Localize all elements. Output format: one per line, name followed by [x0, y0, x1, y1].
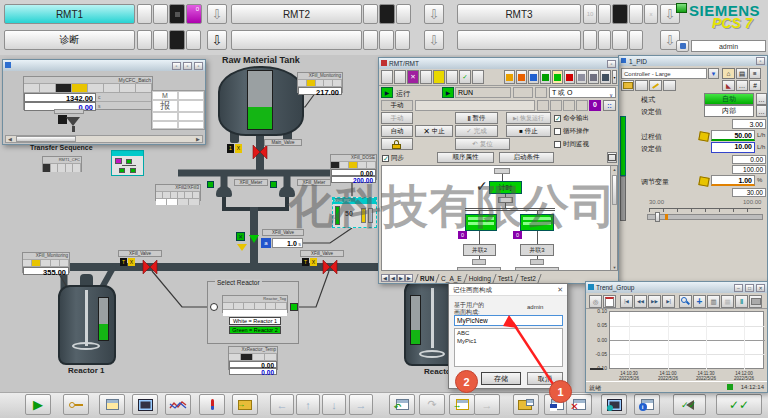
horn-ack-button[interactable]: ✓✓	[673, 394, 706, 415]
layout-name-input[interactable]: MyPicNew	[454, 315, 563, 326]
alarm-picture-button[interactable]	[99, 394, 125, 415]
tb-step-badge[interactable]: ✕	[407, 70, 419, 84]
tb-cell-2[interactable]	[394, 70, 406, 84]
forward-picture-button[interactable]: →	[474, 394, 500, 415]
reactor2-select-indicator[interactable]	[290, 303, 298, 311]
redo-picture-button[interactable]: ↷	[419, 394, 445, 415]
picture-info-button[interactable]: i	[634, 394, 660, 415]
detach-button[interactable]	[607, 152, 617, 163]
sfc-par2-box[interactable]: 并联2	[463, 244, 496, 256]
time-range-button[interactable]	[603, 295, 616, 308]
nav-up-button[interactable]: ↑	[296, 394, 320, 415]
runtime-start-button[interactable]: ▶	[25, 394, 51, 415]
first-interval-button[interactable]: |◀	[620, 295, 633, 308]
sp-more-button[interactable]: …	[756, 105, 767, 117]
tab-next-button[interactable]: ▶	[397, 274, 405, 282]
close-button[interactable]: ▫	[756, 57, 765, 65]
tab-test1[interactable]: Test1	[498, 275, 514, 282]
reset-button[interactable]: ↶复位	[455, 138, 510, 150]
tb-grid1-icon[interactable]	[576, 70, 587, 84]
prev-interval-button[interactable]: ◀◀	[634, 295, 647, 308]
minimize-button[interactable]: ▫	[172, 62, 181, 70]
close-button[interactable]: ▫	[607, 60, 616, 68]
limits-view-button[interactable]: ≡	[749, 68, 761, 79]
scroll-up-arrow[interactable]: ▲	[611, 166, 618, 174]
batch-titlebar[interactable]: RMT/RMT ▫	[379, 58, 618, 69]
sfc-box-bottom-right[interactable]	[515, 267, 559, 271]
list-item[interactable]: MyPic1	[455, 337, 562, 345]
maintenance-button[interactable]	[649, 80, 662, 91]
sfc-par3-box[interactable]: 并联3	[520, 244, 554, 256]
import-picture-button[interactable]: →	[232, 394, 258, 415]
trend-titlebar[interactable]: Trend_Group – □ ✕	[586, 282, 767, 293]
tb-delete-icon[interactable]	[564, 70, 575, 84]
tb-warn-badge[interactable]	[433, 70, 445, 84]
nav-down-button[interactable]: ↓	[322, 394, 346, 415]
close-button[interactable]: ✕	[756, 284, 765, 292]
folder-button[interactable]	[621, 80, 634, 91]
workstation-button[interactable]	[132, 394, 158, 415]
note-view-button[interactable]: ▤	[736, 68, 748, 79]
reactor-toggle-faceplate[interactable]: Reactor_Tog	[222, 295, 288, 313]
select-trend-button[interactable]: ▥	[707, 295, 720, 308]
save-dialog-titlebar[interactable]: 记住画面构成 ✕	[449, 284, 567, 296]
tb-grid3-icon[interactable]	[600, 70, 611, 84]
overview-hscrollbar[interactable]: ◀ ▶	[5, 135, 203, 143]
list-item[interactable]: ABC	[455, 329, 562, 337]
resume-button[interactable]: ▶|恢复运行	[506, 112, 551, 124]
web-client-button[interactable]	[601, 394, 627, 415]
sync-checkbox[interactable]: ✓同步	[382, 154, 404, 163]
trend-button[interactable]	[165, 394, 191, 415]
stop-button[interactable]: ■停止	[506, 125, 551, 137]
nav-left-button[interactable]: ←	[270, 394, 294, 415]
sequence-props-button[interactable]: 顺序属性	[437, 152, 494, 163]
tb-cell-1[interactable]	[381, 70, 393, 84]
tb-grid2-icon[interactable]	[588, 70, 599, 84]
overview-titlebar[interactable]: ▫ ▫ ▫	[3, 60, 205, 71]
mv-value-field[interactable]: 1.00	[711, 175, 755, 186]
left-monitor-faceplate[interactable]: XFill_Monitoring 355.00	[22, 252, 70, 273]
valve-mode-icon[interactable]: a	[261, 238, 271, 248]
table-button[interactable]: ▦	[721, 295, 734, 308]
reactor-temp-faceplate[interactable]: XxReactor_Temp 0.00 0.00	[228, 346, 278, 370]
save-button[interactable]: 存储	[481, 372, 521, 385]
start-cond-button[interactable]: 启动条件	[499, 152, 554, 163]
more-views-button[interactable]: …	[736, 80, 748, 91]
pause-button[interactable]: ‖暂停	[455, 112, 498, 124]
trend-plot-area[interactable]	[609, 311, 764, 369]
blank-button-1[interactable]	[635, 80, 648, 91]
auto-button[interactable]: 自动	[381, 125, 413, 137]
tab-holding[interactable]: Holding	[469, 275, 491, 282]
blank-button-2[interactable]	[663, 80, 676, 91]
layout-listbox[interactable]: ABC MyPic1	[454, 328, 563, 367]
last-interval-button[interactable]: ▶|	[662, 295, 675, 308]
mini-faceplate[interactable]: XFill2/XFill3	[155, 184, 201, 201]
tb-cell-4[interactable]	[446, 70, 458, 84]
tb-edit-icon[interactable]	[504, 70, 515, 84]
next-interval-button[interactable]: ▶▶	[648, 295, 661, 308]
chart-view-button[interactable]: ◣	[722, 80, 735, 91]
tb-zoom-icon[interactable]	[528, 70, 539, 84]
lock-button[interactable]	[381, 138, 413, 150]
abort-button[interactable]: ✕中止	[415, 125, 453, 137]
zoom-button[interactable]	[679, 295, 692, 308]
cyclic-checkbox[interactable]: 循环操作	[554, 127, 589, 136]
tab-run[interactable]: RUN	[420, 275, 434, 282]
login-button[interactable]	[63, 394, 89, 415]
close-button[interactable]: ▫	[194, 62, 203, 70]
tab-prev-button[interactable]: ◀	[389, 274, 397, 282]
pause-trend-button[interactable]: ‖	[735, 295, 748, 308]
print-button[interactable]	[749, 295, 762, 308]
pan-button[interactable]: +	[693, 295, 706, 308]
step-list-button[interactable]: ::	[603, 100, 616, 111]
mode-dropdown[interactable]: T 或 O∨	[549, 87, 616, 98]
maximize-button[interactable]: ▫	[183, 62, 192, 70]
maximize-button[interactable]: □	[745, 284, 754, 292]
tb-chart-icon[interactable]	[540, 70, 551, 84]
open-layout-button[interactable]	[513, 394, 539, 415]
scroll-left-arrow[interactable]: ◀	[6, 136, 14, 142]
pid-titlebar[interactable]: 1_PID ▫	[619, 56, 767, 66]
tb-cell-5[interactable]	[472, 70, 484, 84]
mv-slider-thumb[interactable]	[655, 212, 660, 222]
scroll-down-arrow[interactable]: ▼	[611, 264, 618, 271]
